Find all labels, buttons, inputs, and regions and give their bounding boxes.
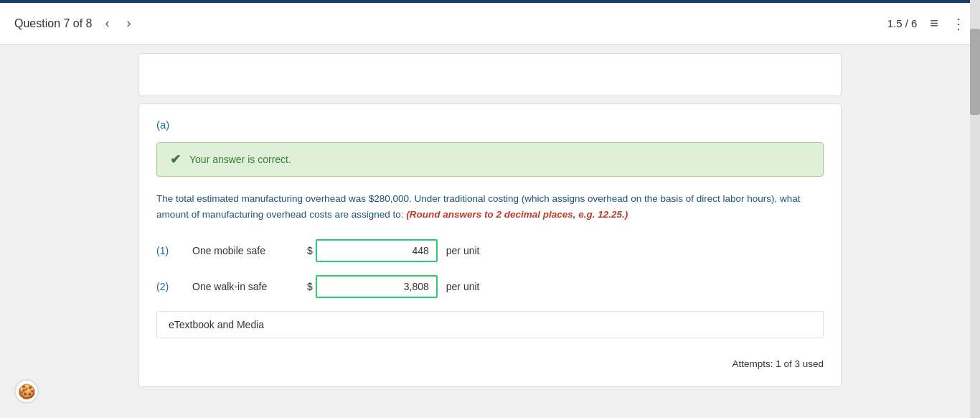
item-2-row: (2) One walk-in safe $ per unit: [156, 275, 824, 298]
checkmark-icon: ✔: [170, 152, 181, 167]
instruction-text: (Round answers to 2 decimal places, e.g.…: [406, 209, 628, 220]
cookie-icon[interactable]: 🍪: [14, 379, 39, 404]
part-a-label: (a): [156, 119, 824, 131]
item-1-row: (1) One mobile safe $ per unit: [156, 239, 824, 262]
header-right: 1.5 / 6 ≡ ⋮: [887, 15, 966, 32]
question-label: Question 7 of 8: [14, 17, 93, 30]
item-1-number: (1): [156, 245, 192, 256]
etextbook-bar[interactable]: eTextbook and Media: [156, 311, 824, 338]
item-2-label: One walk-in safe: [192, 281, 307, 292]
item-1-per-unit: per unit: [446, 245, 480, 256]
item-2-input[interactable]: [316, 275, 438, 298]
score-label: 1.5 / 6: [887, 17, 918, 29]
top-card: [138, 53, 842, 96]
scrollbar[interactable]: [970, 0, 980, 409]
item-2-per-unit: per unit: [446, 281, 480, 292]
description-text: The total estimated manufacturing overhe…: [156, 191, 824, 222]
dollar-sign-2: $: [307, 281, 313, 292]
item-1-label: One mobile safe: [192, 245, 307, 256]
header: Question 7 of 8 ‹ › 1.5 / 6 ≡ ⋮: [0, 3, 980, 45]
item-2-number: (2): [156, 281, 192, 292]
list-icon[interactable]: ≡: [930, 15, 938, 32]
correct-text: Your answer is correct.: [189, 154, 291, 165]
attempts-row: Attempts: 1 of 3 used: [156, 350, 824, 369]
header-left: Question 7 of 8 ‹ ›: [14, 13, 136, 34]
part-a-card: (a) ✔ Your answer is correct. The total …: [138, 103, 842, 387]
more-options-icon[interactable]: ⋮: [951, 15, 966, 32]
main-content: (a) ✔ Your answer is correct. The total …: [138, 53, 842, 409]
attempts-label: Attempts: 1 of 3 used: [732, 358, 824, 369]
correct-banner: ✔ Your answer is correct.: [156, 142, 824, 177]
next-question-button[interactable]: ›: [123, 13, 136, 34]
prev-question-button[interactable]: ‹: [101, 13, 114, 34]
dollar-sign-1: $: [307, 245, 313, 256]
item-1-input[interactable]: [316, 239, 438, 262]
scrollbar-thumb[interactable]: [970, 29, 980, 115]
